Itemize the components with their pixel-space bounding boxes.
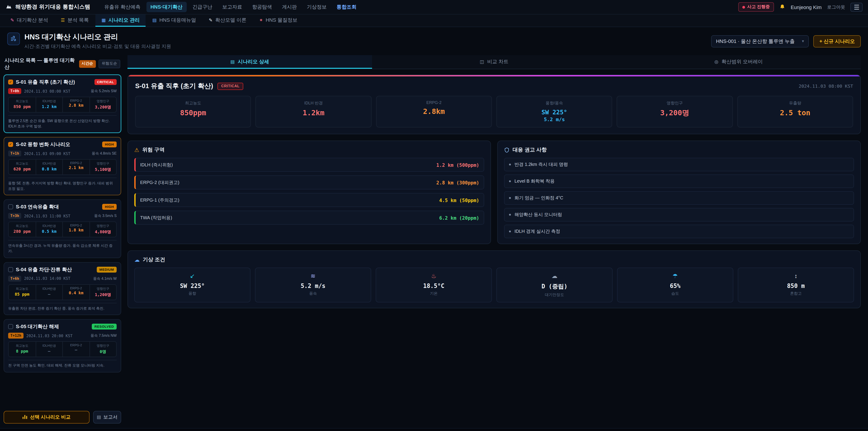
nav-reports[interactable]: 보고자료 <box>218 2 246 12</box>
droplet-icon: ☂ <box>621 273 729 280</box>
scenario-description: 풍향 SE 전환. 주거지역 방향 확산 확대. 영향인구 증가. 대피 범위 … <box>8 178 117 191</box>
wind-direction-icon: ↙ <box>138 273 246 280</box>
stat-erpg2: ERPG-2 2.8km <box>376 96 492 127</box>
stat-label: 영향인구 <box>91 161 115 166</box>
tab-label: HNS 대응매뉴얼 <box>159 17 196 24</box>
bell-icon[interactable] <box>779 4 785 10</box>
severity-badge: CRITICAL <box>94 79 117 85</box>
scenario-card[interactable]: ✓ S-03 연속유출 확대 HIGH T+3h 2024.11.03 11:0… <box>4 199 121 258</box>
stat-label: 최고농도 <box>9 224 35 228</box>
scenario-detail-panel: S-01 유출 직후 (초기 확산) CRITICAL 2024.11.03 0… <box>127 74 861 134</box>
pencil-icon: ✎ <box>10 18 14 23</box>
thermometer-icon: ♨ <box>380 273 488 280</box>
new-scenario-button[interactable]: + 신규 시나리오 <box>813 35 861 47</box>
app-window: 해양환경 위기대응 통합시스템 유출유 확산예측 HNS·대기확산 긴급구난 보… <box>0 0 868 431</box>
tab-label: 확산범위 오버레이 <box>721 58 763 65</box>
stat-value: 0.8 km <box>37 167 61 171</box>
sort-by-time-button[interactable]: 시간순 <box>79 60 96 68</box>
stat-label: 유출량 <box>741 100 849 106</box>
recommendation-text: IDLH 경계 실시간 측정 <box>515 228 560 235</box>
bullet-icon <box>509 230 511 232</box>
tab-hns-manual[interactable]: ▤ HNS 대응매뉴얼 <box>147 14 202 27</box>
weather-label: 대기안정도 <box>500 293 609 298</box>
hazard-zones-panel: ⚠ 위험 구역 IDLH (즉시위험) 1.2 km (500ppm) ERPG… <box>127 141 491 244</box>
incident-status-badge[interactable]: 사고 진행중 <box>738 2 774 12</box>
nav-integrated-search[interactable]: 통합조회 <box>333 2 361 12</box>
tab-label: 확산모델 이론 <box>215 17 246 24</box>
flask-icon: ✶ <box>259 18 263 23</box>
book-icon: ▤ <box>152 18 157 23</box>
weather-value: D (중립) <box>500 282 609 291</box>
warning-icon: ⚠ <box>134 147 139 153</box>
scenario-description: 전 구역 안전 농도 확인. 대피 해제. 잔류 오염 모니터링 지속. <box>8 360 117 368</box>
stat-label: 최고농도 <box>9 286 35 291</box>
tab-label: 비교 차트 <box>487 58 508 65</box>
scenario-checkbox[interactable]: ✓ <box>8 205 13 210</box>
nav-oil-spill[interactable]: 유출유 확산예측 <box>100 2 145 12</box>
tab-range-overlay[interactable]: ◎ 확산범위 오버레이 <box>616 55 861 69</box>
detail-list-icon: ▤ <box>230 59 235 64</box>
stat-value: 2.8 km <box>64 103 88 107</box>
time-offset-badge: T+12h <box>8 333 24 339</box>
tab-label: HNS 물질정보 <box>266 17 298 24</box>
hazard-value: 2.8 km (300ppm) <box>436 180 479 185</box>
scenario-checkbox[interactable]: ✓ <box>8 80 13 85</box>
tab-model-theory[interactable]: ✎ 확산모델 이론 <box>203 14 252 27</box>
nav-emergency-rescue[interactable]: 긴급구난 <box>188 2 216 12</box>
logout-button[interactable]: 로그아웃 <box>827 4 845 10</box>
overlay-target-icon: ◎ <box>715 59 718 64</box>
stat-label: 영향인구 <box>91 343 115 348</box>
scenario-sidebar: 시나리오 목록 — 톨루엔 대기확산 시간순 위험도순 ✓ S-01 유출 직후… <box>4 55 121 424</box>
stat-value: — <box>37 292 61 296</box>
tab-compare-chart[interactable]: ◫ 비교 차트 <box>372 55 616 69</box>
stat-label: IDLH반경 <box>37 286 61 291</box>
scenario-timestamp: 2024.11.03 14:00 KST <box>24 276 70 281</box>
sidebar-actions: 선택 시나리오 비교 ▤ 보고서 <box>4 407 121 424</box>
shield-icon <box>504 147 509 153</box>
tab-substance-info[interactable]: ✶ HNS 물질정보 <box>253 14 303 27</box>
recommendation-text: 해양확산 동시 모니터링 <box>515 212 562 218</box>
tab-diffusion-analysis[interactable]: ✎ 대기확산 분석 <box>4 14 54 27</box>
bullet-icon <box>509 180 511 182</box>
compare-button-label: 선택 시나리오 비교 <box>30 414 71 420</box>
nav-air-search[interactable]: 항공탐색 <box>248 2 276 12</box>
weather-stability: ☁ D (중립) 대기안정도 <box>496 268 613 302</box>
stat-label: 최고농도 <box>139 100 247 106</box>
stat-value: 85 ppm <box>9 292 35 296</box>
stat-value: 1.8 km <box>64 228 88 233</box>
tab-scenario-detail[interactable]: ▤ 시나리오 상세 <box>127 55 372 69</box>
stat-value: 0.4 km <box>64 290 88 295</box>
nav-board[interactable]: 게시판 <box>278 2 301 12</box>
weather-label: 풍속 <box>259 291 367 297</box>
scenario-card[interactable]: ✓ S-04 유출 차단·잔류 확산 MEDIUM T+6h 2024.11.0… <box>4 262 121 315</box>
hazard-value: 6.2 km (20ppm) <box>439 215 479 220</box>
scenario-card[interactable]: ✓ S-01 유출 직후 (초기 확산) CRITICAL T+0h 2024.… <box>4 74 121 133</box>
scenario-card[interactable]: ✓ S-02 풍향 변화 시나리오 HIGH T+1h 2024.11.03 0… <box>4 137 121 195</box>
time-offset-badge: T+3h <box>8 213 22 219</box>
recommendation-text: 화기 엄금 — 인화점 4°C <box>515 195 563 201</box>
sort-by-risk-button[interactable]: 위험도순 <box>98 59 120 68</box>
tab-scenario-management[interactable]: ▦ 시나리오 관리 <box>96 14 146 27</box>
time-offset-badge: T+0h <box>8 88 22 94</box>
compare-scenarios-button[interactable]: 선택 시나리오 비교 <box>4 411 90 423</box>
incident-status-label: 사고 진행중 <box>747 4 770 10</box>
nav-hns-diffusion[interactable]: HNS·대기확산 <box>146 2 186 12</box>
scenario-card[interactable]: ✓ S-05 대기확산 해제 RESOLVED T+12h 2024.11.03… <box>4 319 121 372</box>
scenario-checkbox[interactable]: ✓ <box>8 267 13 272</box>
app-logo: 해양환경 위기대응 통합시스템 <box>5 3 90 11</box>
hamburger-menu-icon[interactable]: ☰ <box>850 2 863 11</box>
scenario-stats: 최고농도620 ppm IDLH반경0.8 km ERPG-22.1 km 영향… <box>8 159 117 175</box>
tab-analysis-list[interactable]: ☰ 분석 목록 <box>55 14 95 27</box>
report-button[interactable]: ▤ 보고서 <box>93 411 121 423</box>
user-name[interactable]: Eunjeong Kim <box>791 4 822 10</box>
scenario-checkbox[interactable]: ✓ <box>8 142 13 147</box>
stat-value: 0.5 km <box>37 229 61 234</box>
grid-icon: ▦ <box>101 18 106 23</box>
stat-spill-amount: 유출량 2.5 ton <box>737 96 853 127</box>
tab-label: 시나리오 관리 <box>108 17 140 24</box>
nav-weather-info[interactable]: 기상정보 <box>303 2 331 12</box>
incident-select[interactable]: HNS-001 · 울산 온산항 톨루엔 누출 ▾ <box>711 35 809 47</box>
scenario-title: S-03 연속유출 확대 <box>16 204 99 210</box>
scenario-checkbox[interactable]: ✓ <box>8 324 13 329</box>
stat-label: 최고농도 <box>9 161 35 166</box>
